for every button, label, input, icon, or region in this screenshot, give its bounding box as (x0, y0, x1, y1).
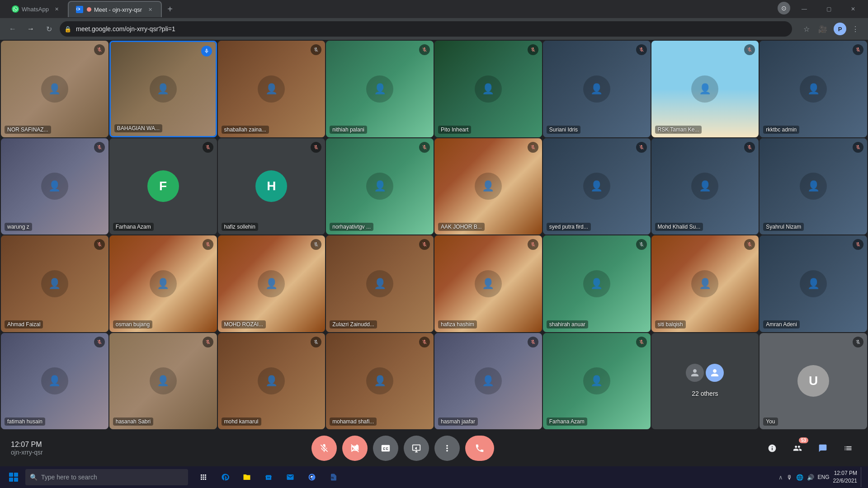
tile-video-bg: 👤 (760, 41, 867, 137)
video-tile-29[interactable]: 👤 hasmah jaafar (434, 333, 542, 430)
back-button[interactable]: ← (5, 22, 20, 36)
taskbar-chrome[interactable] (302, 467, 322, 487)
show-desktop-button[interactable] (861, 467, 864, 487)
minimize-button[interactable]: — (794, 2, 815, 16)
video-tile-21[interactable]: 👤 hafiza hashim (434, 235, 542, 332)
tile-video-bg: 👤 (434, 235, 542, 332)
video-tile-20[interactable]: 👤 Zulazri Zainudd... (326, 235, 434, 332)
video-tile-32[interactable]: U You (760, 333, 867, 430)
video-tile-28[interactable]: 👤 mohamad shafi... (326, 333, 434, 430)
video-tile-1[interactable]: 👤 NOR SAFINAZ... (1, 41, 108, 137)
mute-icon (311, 142, 321, 153)
video-tile-2[interactable]: 👤 BAHAGIAN WA... (109, 41, 217, 137)
tab-whatsapp-close[interactable]: ✕ (53, 5, 61, 13)
video-button[interactable] (342, 436, 368, 461)
video-tile-16[interactable]: 👤 Syahrul Nizam (760, 138, 867, 235)
lang-indicator: ENG (818, 474, 830, 480)
face-placeholder: 👤 (800, 173, 827, 200)
video-tile-23[interactable]: 👤 siti balqish (651, 235, 759, 332)
tab-whatsapp[interactable]: WhatsApp ✕ (5, 1, 68, 17)
tile-name-label: Syahrul Nizam (763, 223, 804, 231)
tile-video-bg: 👤 (326, 138, 434, 235)
video-tile-14[interactable]: 👤 syed putra fird... (543, 138, 651, 235)
tab-meet-close[interactable]: ✕ (146, 6, 154, 13)
video-tile-11[interactable]: H hafiz sollehin (218, 138, 326, 235)
present-button[interactable] (404, 436, 429, 461)
tile-name-label: Farhana Azam (547, 418, 587, 426)
video-tile-3[interactable]: 👤 shaballah zaina... (218, 41, 326, 137)
video-tile-25[interactable]: 👤 fatimah husain (1, 333, 108, 430)
video-tile-31[interactable]: 22 others (651, 333, 759, 430)
face-placeholder: 👤 (583, 270, 610, 297)
taskbar-word[interactable] (324, 467, 344, 487)
taskbar-store[interactable] (259, 467, 278, 487)
more-menu-button[interactable]: ⋮ (848, 22, 863, 36)
mute-icon (94, 337, 105, 347)
video-tile-12[interactable]: 👤 norhayativtgv ... (326, 138, 434, 235)
mute-icon (419, 239, 430, 250)
video-tile-10[interactable]: F Farhana Azam (109, 138, 217, 235)
volume-icon[interactable]: 🔊 (807, 474, 814, 481)
system-clock[interactable]: 12:07 PM 22/6/2021 (833, 469, 857, 485)
close-button[interactable]: ✕ (843, 2, 863, 16)
video-tile-8[interactable]: 👤 rkktbc admin (760, 41, 867, 137)
taskbar-explorer[interactable] (237, 467, 257, 487)
profile-button[interactable]: P (834, 23, 846, 35)
face-placeholder: 👤 (691, 75, 718, 103)
video-tile-7[interactable]: 👤 RSK Taman Ke... (651, 41, 759, 137)
taskbar-edge[interactable] (215, 467, 235, 487)
mute-button[interactable] (311, 436, 337, 461)
video-tile-30[interactable]: 👤 Farhana Azam (543, 333, 651, 430)
video-tile-27[interactable]: 👤 mohd kamarul (218, 333, 326, 430)
tile-video-bg: 👤 (218, 333, 326, 430)
face-placeholder: 👤 (150, 75, 177, 103)
mute-icon (636, 142, 647, 153)
people-badge: 53 (799, 437, 808, 443)
you-mute-icon (853, 337, 863, 347)
activities-button[interactable] (839, 439, 857, 457)
video-tile-15[interactable]: 👤 Mohd Khalid Su... (651, 138, 759, 235)
others-avatar-1 (686, 364, 704, 382)
bottom-right-controls: 53 (763, 439, 857, 457)
reload-button[interactable]: ↻ (42, 22, 56, 36)
video-tile-9[interactable]: 👤 warung z (1, 138, 108, 235)
mute-icon (203, 337, 213, 347)
face-placeholder: 👤 (475, 75, 502, 103)
video-tile-5[interactable]: 👤 Pito Inheart (434, 41, 542, 137)
video-tile-24[interactable]: 👤 Amran Adeni (760, 235, 867, 332)
show-hidden-icon[interactable]: ∧ (778, 474, 783, 481)
video-tile-18[interactable]: 👤 osman bujang (109, 235, 217, 332)
chat-button[interactable] (814, 439, 832, 457)
speaking-icon (201, 46, 212, 56)
captions-button[interactable] (373, 436, 398, 461)
start-button[interactable] (4, 467, 24, 487)
end-call-button[interactable] (465, 436, 494, 461)
cast-button[interactable]: ⊙ (778, 2, 790, 14)
video-tile-13[interactable]: 👤 AAK JOHOR B... (434, 138, 542, 235)
tab-meet[interactable]: Meet - ojn-xrry-qsr ✕ (68, 1, 162, 17)
mute-icon (853, 44, 863, 55)
video-tile-26[interactable]: 👤 hasanah Sabri (109, 333, 217, 430)
people-button[interactable]: 53 (788, 439, 807, 457)
tile-avatar: H (255, 170, 287, 202)
new-tab-button[interactable]: + (164, 3, 176, 15)
media-button[interactable]: 🎥 (816, 22, 830, 36)
maximize-button[interactable]: ▢ (818, 2, 839, 16)
taskbar-search[interactable]: 🔍 Type here to search (25, 469, 188, 485)
mute-icon (636, 239, 647, 250)
video-tile-19[interactable]: 👤 MOHD ROZAI... (218, 235, 326, 332)
video-tile-17[interactable]: 👤 Ahmad Faizal (1, 235, 108, 332)
more-button[interactable] (434, 436, 460, 461)
taskbar-apps (193, 467, 344, 487)
taskbar-task-view[interactable] (193, 467, 213, 487)
video-tile-6[interactable]: 👤 Suriani Idris (543, 41, 651, 137)
bookmark-button[interactable]: ☆ (799, 22, 814, 36)
video-tile-22[interactable]: 👤 shahirah anuar (543, 235, 651, 332)
network-icon[interactable]: 🌐 (796, 474, 803, 481)
info-button[interactable] (763, 439, 781, 457)
forward-button[interactable]: → (24, 22, 38, 36)
bottom-bar: 12:07 PM ojn-xrry-qsr (0, 430, 868, 466)
taskbar-mail[interactable] (280, 467, 300, 487)
video-tile-4[interactable]: 👤 nithiah palani (326, 41, 434, 137)
address-bar[interactable]: 🔒 meet.google.com/ojn-xrry-qsr?pli=1 (60, 21, 792, 37)
